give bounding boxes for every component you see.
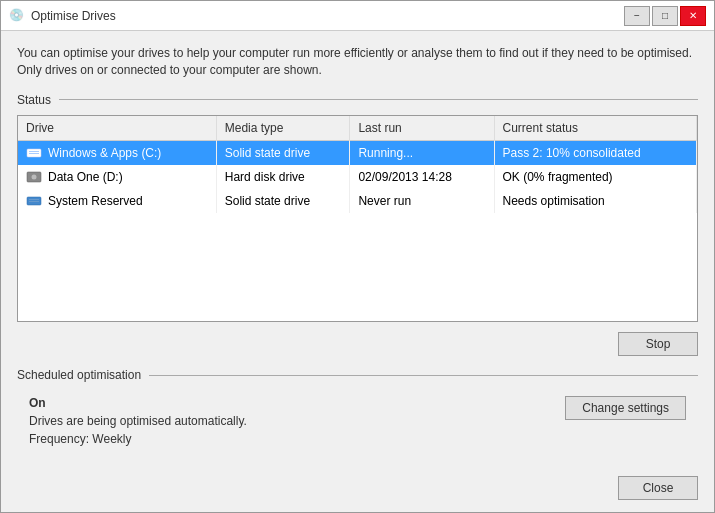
title-bar: 💿 Optimise Drives − □ ✕ bbox=[1, 1, 714, 31]
media-type-cell: Solid state drive bbox=[216, 189, 350, 213]
table-row[interactable]: Data One (D:)Hard disk drive02/09/2013 1… bbox=[18, 165, 697, 189]
scheduled-description: Drives are being optimised automatically… bbox=[29, 414, 247, 428]
main-content: You can optimise your drives to help you… bbox=[1, 31, 714, 466]
scheduled-section: Scheduled optimisation On Drives are bei… bbox=[17, 368, 698, 452]
drive-icon bbox=[26, 147, 42, 159]
svg-rect-7 bbox=[29, 201, 39, 202]
status-section-header: Status bbox=[17, 93, 698, 107]
scheduled-frequency: Frequency: Weekly bbox=[29, 432, 247, 446]
col-current-status: Current status bbox=[494, 116, 696, 141]
drives-table: Drive Media type Last run Current status… bbox=[18, 116, 697, 213]
media-type-cell: Hard disk drive bbox=[216, 165, 350, 189]
svg-rect-6 bbox=[29, 199, 39, 200]
status-divider bbox=[59, 99, 698, 100]
status-label: Status bbox=[17, 93, 51, 107]
title-controls: − □ ✕ bbox=[624, 6, 706, 26]
table-header-row: Drive Media type Last run Current status bbox=[18, 116, 697, 141]
drive-icon bbox=[26, 171, 42, 183]
stop-button[interactable]: Stop bbox=[618, 332, 698, 356]
current-status-cell: OK (0% fragmented) bbox=[494, 165, 696, 189]
svg-rect-1 bbox=[29, 151, 39, 152]
col-drive: Drive bbox=[18, 116, 216, 141]
drive-cell: System Reserved bbox=[18, 189, 216, 213]
change-settings-button[interactable]: Change settings bbox=[565, 396, 686, 420]
drive-icon bbox=[26, 195, 42, 207]
scheduled-row: On Drives are being optimised automatica… bbox=[29, 396, 686, 446]
close-button[interactable]: Close bbox=[618, 476, 698, 500]
scheduled-header: Scheduled optimisation bbox=[17, 368, 698, 382]
title-bar-left: 💿 Optimise Drives bbox=[9, 8, 116, 24]
scheduled-info: On Drives are being optimised automatica… bbox=[29, 396, 247, 446]
scheduled-label: Scheduled optimisation bbox=[17, 368, 141, 382]
restore-button[interactable]: □ bbox=[652, 6, 678, 26]
drive-cell: Windows & Apps (C:) bbox=[18, 140, 216, 165]
last-run-cell: Running... bbox=[350, 140, 494, 165]
last-run-cell: Never run bbox=[350, 189, 494, 213]
current-status-cell: Needs optimisation bbox=[494, 189, 696, 213]
table-row[interactable]: System ReservedSolid state driveNever ru… bbox=[18, 189, 697, 213]
drive-name: System Reserved bbox=[48, 194, 143, 208]
footer: Close bbox=[1, 466, 714, 512]
drive-cell: Data One (D:) bbox=[18, 165, 216, 189]
main-window: 💿 Optimise Drives − □ ✕ You can optimise… bbox=[0, 0, 715, 513]
description-text: You can optimise your drives to help you… bbox=[17, 45, 698, 79]
col-media-type: Media type bbox=[216, 116, 350, 141]
media-type-cell: Solid state drive bbox=[216, 140, 350, 165]
close-window-button[interactable]: ✕ bbox=[680, 6, 706, 26]
app-icon: 💿 bbox=[9, 8, 25, 24]
last-run-cell: 02/09/2013 14:28 bbox=[350, 165, 494, 189]
svg-rect-2 bbox=[29, 153, 39, 154]
stop-button-row: Stop bbox=[17, 332, 698, 356]
table-row[interactable]: Windows & Apps (C:)Solid state driveRunn… bbox=[18, 140, 697, 165]
drive-name: Windows & Apps (C:) bbox=[48, 146, 161, 160]
scheduled-content: On Drives are being optimised automatica… bbox=[17, 390, 698, 452]
col-last-run: Last run bbox=[350, 116, 494, 141]
current-status-cell: Pass 2: 10% consolidated bbox=[494, 140, 696, 165]
minimize-button[interactable]: − bbox=[624, 6, 650, 26]
drives-table-container: Drive Media type Last run Current status… bbox=[17, 115, 698, 322]
svg-point-4 bbox=[32, 174, 37, 179]
drive-name: Data One (D:) bbox=[48, 170, 123, 184]
window-title: Optimise Drives bbox=[31, 9, 116, 23]
scheduled-status: On bbox=[29, 396, 247, 410]
scheduled-divider bbox=[149, 375, 698, 376]
